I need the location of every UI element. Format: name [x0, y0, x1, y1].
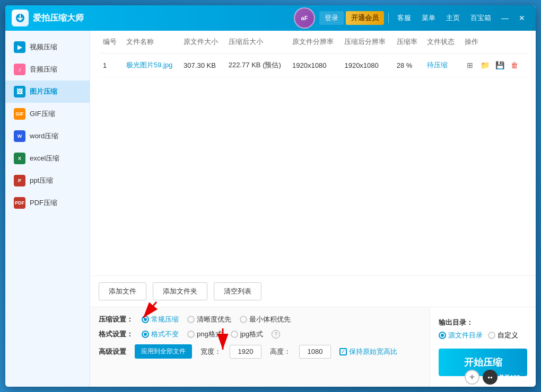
keep-ratio-checkbox: ✓ — [339, 348, 347, 355]
col-id: 编号 — [99, 31, 122, 54]
radio-custom-dir — [488, 332, 495, 339]
clear-list-button[interactable]: 清空列表 — [214, 282, 261, 300]
cell-ratio: 28 % — [392, 54, 423, 77]
toolbox-button[interactable]: 百宝箱 — [466, 11, 495, 25]
sidebar-item-excel[interactable]: X excel压缩 — [5, 147, 90, 170]
title-bar-right: aF 登录 开通会员 客服 菜单 主页 百宝箱 — ✕ — [294, 7, 529, 29]
col-orig-res: 原文件分辨率 — [288, 31, 340, 54]
close-button[interactable]: ✕ — [514, 11, 529, 25]
add-folder-button[interactable]: 添加文件夹 — [153, 282, 207, 300]
folder-icon[interactable]: 📁 — [479, 60, 490, 70]
radio-format-png — [187, 331, 195, 338]
add-file-button[interactable]: 添加文件 — [99, 282, 146, 300]
col-name: 文件名称 — [122, 31, 179, 54]
radio-format-unchanged — [142, 331, 149, 338]
pdf-icon: PDF — [14, 197, 25, 209]
cell-id: 1 — [99, 54, 122, 77]
cell-name: 极光图片59.jpg — [122, 54, 179, 77]
app-window: 爱拍压缩大师 aF 登录 开通会员 客服 菜单 主页 百宝箱 — ✕ ▶ 视频压… — [5, 5, 536, 387]
sidebar-item-image[interactable]: 🖼 图片压缩 — [5, 81, 90, 103]
image-icon: 🖼 — [14, 86, 25, 97]
format-unchanged[interactable]: 格式不变 — [142, 329, 179, 339]
radio-source-dir — [439, 332, 446, 339]
adv-label: 高级设置 — [99, 347, 126, 357]
watermark-logo: ●● 单机100.com — [483, 370, 534, 385]
radio-normal — [142, 316, 149, 323]
radio-format-jpg — [231, 331, 238, 338]
col-ratio: 压缩率 — [392, 31, 423, 54]
sidebar-item-audio[interactable]: ♪ 音频压缩 — [5, 58, 90, 81]
watermark-add-icon[interactable]: + — [465, 370, 479, 385]
col-orig-size: 原文件大小 — [179, 31, 224, 54]
cell-actions: ⊞ 📁 💾 🗑 — [460, 54, 527, 77]
sidebar-item-pdf[interactable]: PDF PDF压缩 — [5, 192, 90, 214]
col-action: 操作 — [460, 31, 527, 54]
save-icon[interactable]: 💾 — [494, 60, 505, 70]
audio-icon: ♪ — [14, 64, 25, 75]
separator — [388, 13, 389, 23]
format-label: 格式设置： — [99, 329, 133, 339]
format-jpg[interactable]: jpg格式 — [231, 329, 263, 339]
table-row: 1 极光图片59.jpg 307.30 KB 222.77 KB (预估) 19… — [99, 54, 527, 77]
settings-section: 压缩设置： 常规压缩 清晰度优先 最小体积优先 — [90, 307, 430, 387]
app-logo-icon — [12, 10, 29, 26]
main-content: 编号 文件名称 原文件大小 压缩后大小 原文件分辨率 压缩后分辨率 压缩率 文件… — [90, 31, 536, 387]
ppt-icon: P — [14, 175, 25, 186]
vip-button[interactable]: 开通会员 — [346, 11, 384, 25]
login-button[interactable]: 登录 — [319, 11, 344, 25]
title-bar: 爱拍压缩大师 aF 登录 开通会员 客服 菜单 主页 百宝箱 — ✕ — [5, 5, 536, 31]
delete-icon[interactable]: 🗑 — [509, 60, 520, 70]
col-status: 文件状态 — [423, 31, 460, 54]
width-input[interactable] — [230, 345, 261, 359]
word-icon: W — [14, 130, 25, 142]
advanced-settings-row: 高级设置 应用到全部文件 宽度： 高度： ✓ 保持原始宽高比 — [99, 344, 421, 359]
sidebar-item-word[interactable]: W word压缩 — [5, 125, 90, 147]
option-normal[interactable]: 常规压缩 — [142, 315, 179, 324]
output-section: 输出目录： 源文件目录 自定义 — [439, 318, 527, 340]
option-quality[interactable]: 清晰度优先 — [187, 315, 231, 324]
minimize-button[interactable]: — — [498, 11, 512, 25]
row-actions: ⊞ 📁 💾 🗑 — [465, 60, 523, 70]
table-bottom-bar: 添加文件 添加文件夹 清空列表 — [90, 275, 536, 307]
compress-label: 压缩设置： — [99, 315, 133, 324]
sidebar: ▶ 视频压缩 ♪ 音频压缩 🖼 图片压缩 GIF GIF压缩 W word压缩 … — [5, 31, 90, 387]
sidebar-item-video[interactable]: ▶ 视频压缩 — [5, 36, 90, 58]
cell-comp-res: 1920x1080 — [340, 54, 392, 77]
output-custom[interactable]: 自定义 — [488, 331, 518, 340]
help-icon[interactable]: ? — [272, 330, 280, 338]
file-table-area: 编号 文件名称 原文件大小 压缩后大小 原文件分辨率 压缩后分辨率 压缩率 文件… — [90, 31, 536, 275]
col-comp-size: 压缩后大小 — [224, 31, 288, 54]
watermark: + ●● 单机100.com — [465, 370, 534, 385]
cell-orig-size: 307.30 KB — [179, 54, 224, 77]
app-title: 爱拍压缩大师 — [12, 10, 294, 26]
output-label-row: 输出目录： — [439, 318, 527, 327]
height-input[interactable] — [299, 345, 331, 359]
file-table: 编号 文件名称 原文件大小 压缩后大小 原文件分辨率 压缩后分辨率 压缩率 文件… — [99, 31, 527, 77]
menu-button[interactable]: 菜单 — [417, 11, 440, 25]
format-png[interactable]: png格式 — [187, 329, 222, 339]
format-settings-row: 格式设置： 格式不变 png格式 jpg格式 — [99, 329, 421, 339]
excel-icon: X — [14, 153, 25, 164]
cell-comp-size: 222.77 KB (预估) — [224, 54, 288, 77]
output-source[interactable]: 源文件目录 — [439, 331, 483, 340]
service-button[interactable]: 客服 — [393, 11, 415, 25]
option-size[interactable]: 最小体积优先 — [240, 315, 291, 324]
cell-status: 待压缩 — [423, 54, 460, 77]
keep-ratio-option[interactable]: ✓ 保持原始宽高比 — [339, 347, 397, 357]
user-avatar: aF — [294, 7, 315, 29]
sidebar-item-gif[interactable]: GIF GIF压缩 — [5, 103, 90, 125]
col-comp-res: 压缩后分辨率 — [340, 31, 392, 54]
app-body: ▶ 视频压缩 ♪ 音频压缩 🖼 图片压缩 GIF GIF压缩 W word压缩 … — [5, 31, 536, 387]
home-button[interactable]: 主页 — [442, 11, 464, 25]
sidebar-item-ppt[interactable]: P ppt压缩 — [5, 170, 90, 192]
apply-all-button[interactable]: 应用到全部文件 — [135, 344, 192, 359]
preview-icon[interactable]: ⊞ — [465, 60, 475, 70]
cell-orig-res: 1920x1080 — [288, 54, 340, 77]
wm-logo-circle: ●● — [483, 370, 498, 385]
wm-site-text: 单机100.com — [499, 373, 534, 381]
gif-icon: GIF — [14, 108, 25, 120]
video-icon: ▶ — [14, 41, 25, 53]
radio-size — [240, 316, 247, 323]
output-options: 源文件目录 自定义 — [439, 331, 527, 340]
compress-settings-row: 压缩设置： 常规压缩 清晰度优先 最小体积优先 — [99, 315, 421, 324]
